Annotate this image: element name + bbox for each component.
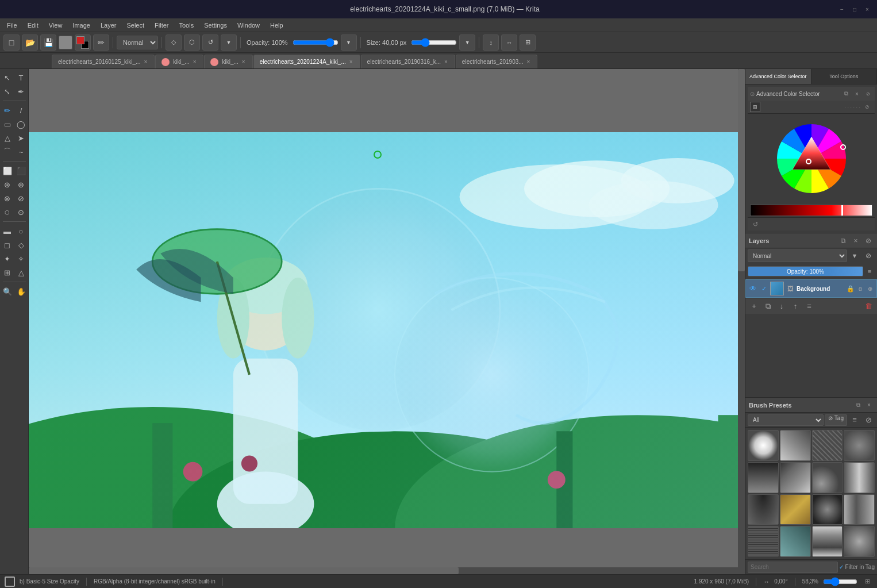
magnetic-select[interactable]: ⊞ [1, 266, 14, 279]
brush-item-3[interactable] [812, 430, 843, 461]
transform-tool[interactable]: ⤡ [1, 85, 14, 98]
menu-edit[interactable]: Edit [23, 21, 43, 30]
layer-item-background[interactable]: 👁 ✓ 🖼 Background 🔒 α ⊕ [745, 279, 877, 298]
text-tool[interactable]: T [15, 71, 28, 84]
fullscreen-btn[interactable]: ⊞ [862, 577, 872, 587]
polygon-tool[interactable]: △ [1, 132, 14, 144]
gradient-tool[interactable]: ⬛ [15, 164, 28, 177]
brush-item-5[interactable] [748, 462, 779, 493]
tab-advanced-color-selector[interactable]: Advanced Color Selector [745, 69, 811, 84]
brush-item-15[interactable] [812, 526, 843, 557]
select-tool[interactable]: ↖ [1, 71, 14, 84]
brush-search-input[interactable] [748, 562, 838, 573]
tab-5-close[interactable]: × [526, 59, 532, 65]
tab-1[interactable]: kiki_... × [155, 55, 203, 68]
brush-category-select[interactable]: All Basic Ink [748, 414, 824, 426]
v-scrollbar[interactable] [738, 69, 745, 574]
layer-alpha-icon[interactable]: α [856, 285, 864, 293]
brush-item-13[interactable] [748, 526, 779, 557]
layers-opacity-menu[interactable]: ≡ [864, 266, 875, 276]
pan-tool[interactable]: ✋ [15, 285, 28, 298]
menu-window[interactable]: Window [233, 21, 264, 30]
menu-help[interactable]: Help [266, 21, 288, 30]
color-fg-bg[interactable] [75, 34, 91, 51]
menu-layer[interactable]: Layer [96, 21, 121, 30]
add-layer-btn[interactable]: + [748, 300, 760, 313]
tab-3-close[interactable]: × [348, 59, 354, 65]
brush-settings-btn[interactable]: ⊘ [862, 414, 875, 426]
color-toolbar-btn1[interactable]: ⊞ [750, 102, 760, 112]
layers-blend-filter[interactable]: ▼ [848, 249, 861, 262]
brush-item-1[interactable] [748, 430, 779, 461]
brush-preset-thumb[interactable] [59, 36, 72, 49]
color-panel-close[interactable]: × [852, 89, 861, 98]
line-tool[interactable]: / [15, 104, 28, 117]
v-scroll-thumb[interactable] [738, 69, 745, 271]
ellipse-tool[interactable]: ◯ [15, 118, 28, 130]
brush-float-btn[interactable]: ⧉ [853, 401, 863, 410]
opacity-expand[interactable]: ▼ [341, 34, 357, 51]
arrow-tool[interactable]: ➤ [15, 132, 28, 144]
tab-4-close[interactable]: × [443, 59, 449, 65]
clone-tool[interactable]: ⊗ [1, 192, 14, 205]
menu-file[interactable]: File [2, 21, 22, 30]
eraser-tool[interactable]: ⬡ [1, 206, 14, 218]
color-panel-settings[interactable]: ⊘ [863, 89, 872, 98]
brush-tool-icon[interactable]: ✏ [93, 34, 109, 51]
size-expand[interactable]: ▼ [459, 34, 475, 51]
tab-tool-options[interactable]: Tool Options [811, 69, 878, 84]
save-button[interactable]: 💾 [40, 34, 56, 51]
magic-wand[interactable]: ✦ [1, 252, 14, 265]
brush-item-16[interactable] [844, 526, 875, 557]
alpha-lock-button[interactable]: ⬡ [184, 34, 200, 51]
menu-select[interactable]: Select [122, 21, 149, 30]
color-refresh-btn[interactable]: ↺ [750, 219, 760, 229]
eraser-button[interactable]: ◇ [166, 34, 182, 51]
zoom-slider[interactable] [823, 578, 857, 586]
tab-1-close[interactable]: × [192, 59, 198, 65]
opacity-slider[interactable] [293, 37, 339, 48]
ellipse-select-tool[interactable]: ○ [15, 225, 28, 237]
mirror-h-button[interactable]: ↕ [483, 34, 499, 51]
contiguous-select[interactable]: ✧ [15, 252, 28, 265]
brush-view-btn[interactable]: ≡ [848, 414, 861, 426]
layers-filter-icon[interactable]: ⊘ [862, 249, 875, 262]
minimize-button[interactable]: − [838, 5, 846, 13]
smart-patch[interactable]: ⊕ [15, 178, 28, 191]
wrap-button[interactable]: ⊞ [520, 34, 536, 51]
menu-filter[interactable]: Filter [150, 21, 173, 30]
brush-tag-btn[interactable]: ⊘ Tag [825, 414, 847, 426]
blend-mode-select[interactable]: Normal Multiply Screen Overlay [117, 36, 158, 49]
layers-opacity-bar[interactable]: Opacity: 100% [748, 266, 863, 276]
tab-2-close[interactable]: × [241, 59, 247, 65]
tab-3[interactable]: electrichearts_20201224A_kiki_... × [253, 55, 360, 68]
color-toolbar-btn2[interactable]: ⊘ [862, 102, 872, 112]
new-doc-button[interactable]: □ [3, 34, 20, 51]
layers-float-btn[interactable]: ⧉ [838, 236, 848, 246]
curve-tool[interactable]: ~ [15, 145, 28, 158]
move-layer-up-btn[interactable]: ↑ [789, 300, 802, 313]
menu-tools[interactable]: Tools [175, 21, 199, 30]
brush-close-btn[interactable]: × [864, 401, 874, 410]
brush-filter-in-tag[interactable]: ✓ Filter in Tag [839, 564, 875, 570]
brush-item-8[interactable] [844, 462, 875, 493]
poly-select-tool[interactable]: ◻ [1, 239, 14, 251]
deform-tool[interactable]: ⊛ [1, 178, 14, 191]
menu-settings[interactable]: Settings [199, 21, 232, 30]
color-sampler[interactable]: ⊘ [15, 192, 28, 205]
layer-lock-icon[interactable]: 🔒 [847, 285, 855, 293]
tab-5[interactable]: electrichearts_201903... × [456, 55, 538, 68]
brush-item-12[interactable] [844, 494, 875, 525]
color-panel-float[interactable]: ⧉ [841, 89, 851, 98]
menu-view[interactable]: View [44, 21, 67, 30]
brush-item-7[interactable] [812, 462, 843, 493]
tab-0-close[interactable]: × [143, 59, 148, 65]
smart-select[interactable]: △ [15, 266, 28, 279]
bezier-select[interactable]: ◇ [15, 239, 28, 251]
brush-item-11[interactable] [812, 494, 843, 525]
copy-layer-btn[interactable]: ⧉ [761, 300, 774, 313]
preserve-alpha-button[interactable]: ↺ [202, 34, 218, 51]
layers-close-btn[interactable]: × [851, 236, 861, 246]
brush-tool[interactable]: ✏ [1, 104, 14, 117]
close-button[interactable]: × [863, 5, 871, 13]
